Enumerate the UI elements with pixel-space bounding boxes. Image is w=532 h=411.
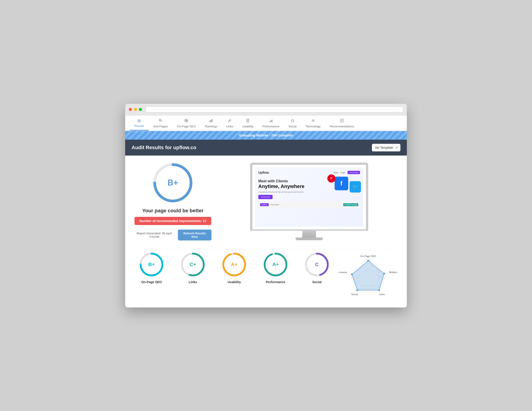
svg-rect-10 xyxy=(247,120,248,120)
tab-results[interactable]: ⊞ Results xyxy=(130,116,149,131)
tab-onpage-seo-label: On-Page SEO xyxy=(177,125,196,128)
twitter-icon: 🐦 xyxy=(350,181,361,193)
tab-onpage-seo[interactable]: On-Page SEO xyxy=(172,115,200,131)
tab-technology-label: Technology xyxy=(305,125,321,128)
svg-rect-6 xyxy=(209,121,210,122)
grade-circle-links: C+ xyxy=(180,252,205,277)
preview-social-icons: P f 🐦 xyxy=(333,177,361,193)
radar-label-right: Mobile & UI xyxy=(389,271,398,274)
grade-label-links: Links xyxy=(176,280,210,284)
svg-rect-13 xyxy=(269,121,270,122)
browser-chrome xyxy=(125,104,407,115)
pinterest-icon: P xyxy=(327,174,335,183)
grade-circle-social: C xyxy=(304,252,329,277)
score-section: B+ Your page could be better Number of r… xyxy=(134,162,398,241)
svg-rect-12 xyxy=(247,121,248,121)
preview-bottom-strip: Upflow. Post Feed Private Posting xyxy=(258,201,360,208)
grade-circle-performance: A+ xyxy=(263,252,288,277)
website-preview-panel: Upflow. Blog Login Try for free Meet wit… xyxy=(220,163,398,240)
grade-value-links: C+ xyxy=(190,262,196,268)
tab-performance[interactable]: Performance xyxy=(258,115,284,131)
grade-label-onpage-seo: On-Page SEO xyxy=(134,280,169,284)
tab-rankings-label: Rankings xyxy=(205,125,217,128)
tab-recommendations[interactable]: Recommendations xyxy=(325,115,359,131)
address-bar[interactable] xyxy=(146,106,403,112)
nav-tabs: ⊞ Results Sub-Pages O xyxy=(125,115,407,131)
monitor: Upflow. Blog Login Try for free Meet wit… xyxy=(250,163,368,240)
grade-circle-onpage-seo: B+ xyxy=(139,252,164,277)
preview-nav-links: Blog Login Try for free xyxy=(334,171,360,174)
close-button[interactable] xyxy=(129,108,132,111)
browser-window: ⊞ Results Sub-Pages O xyxy=(125,104,407,308)
results-icon: ⊞ xyxy=(137,119,141,123)
grade-circle-main: B+ xyxy=(152,162,193,203)
tab-rankings[interactable]: Rankings xyxy=(200,115,222,131)
radar-label-left: Performance xyxy=(339,271,347,274)
progress-bar: Evaluating Website - 78% Complete xyxy=(125,131,407,140)
tab-usability-label: Usability xyxy=(242,125,253,128)
svg-marker-37 xyxy=(352,261,384,290)
grade-label-usability: Usability xyxy=(217,280,251,284)
tab-subpages-label: Sub-Pages xyxy=(153,125,168,128)
radar-chart: On-Page SEO Mobile & UI Links Social Per… xyxy=(339,252,398,301)
performance-icon xyxy=(269,119,273,123)
grade-label-social: Social xyxy=(300,280,334,284)
grade-item-social: C Social xyxy=(300,252,334,284)
grade-item-usability: A+ Usability xyxy=(217,252,251,284)
grades-section: B+ On-Page SEO C+ Links xyxy=(134,250,398,301)
hero-cta: Try for free xyxy=(258,195,273,199)
audit-header: Audit Results for upflow.co No Template … xyxy=(125,140,407,156)
radar-svg: On-Page SEO Mobile & UI Links Social Per… xyxy=(339,252,398,300)
svg-rect-14 xyxy=(271,120,271,122)
grade-value: B+ xyxy=(167,178,178,187)
tab-social-label: Social xyxy=(288,125,296,128)
onpage-seo-icon xyxy=(184,119,188,123)
svg-marker-16 xyxy=(291,119,294,122)
radar-label-bottom-left: Social xyxy=(351,293,358,296)
radar-label-top: On-Page SEO xyxy=(360,255,376,258)
template-select[interactable]: No Template E-commerce Blog Corporate xyxy=(372,144,400,151)
links-icon xyxy=(228,119,232,123)
svg-point-17 xyxy=(313,120,314,121)
tab-social[interactable]: Social xyxy=(284,115,301,131)
tab-links[interactable]: Links xyxy=(222,115,238,131)
preview-logo: Upflow. xyxy=(258,171,270,174)
svg-rect-11 xyxy=(247,120,248,121)
refresh-button[interactable]: Refresh Results Now xyxy=(178,230,211,241)
grade-item-links: C+ Links xyxy=(176,252,210,284)
subpages-icon xyxy=(159,119,163,123)
tab-links-label: Links xyxy=(226,125,233,128)
maximize-button[interactable] xyxy=(139,108,142,111)
tab-usability[interactable]: Usability xyxy=(238,115,258,131)
grade-label-performance: Performance xyxy=(258,280,293,284)
svg-rect-8 xyxy=(212,119,212,122)
preview-content: Upflow. Blog Login Try for free Meet wit… xyxy=(255,168,363,227)
improvements-badge: Number of recommended improvements: 13 xyxy=(134,217,211,225)
tab-technology[interactable]: Technology xyxy=(301,115,325,131)
tab-subpages[interactable]: Sub-Pages xyxy=(149,115,172,131)
progress-label: Evaluating Website - 78% Complete xyxy=(239,133,293,137)
audit-title: Audit Results for upflow.co xyxy=(132,145,196,150)
grade-items: B+ On-Page SEO C+ Links xyxy=(134,252,334,284)
svg-rect-7 xyxy=(210,120,211,122)
facebook-icon: f xyxy=(335,177,348,190)
svg-point-1 xyxy=(160,120,161,121)
technology-icon xyxy=(311,119,315,123)
grade-circle-usability: A+ xyxy=(222,252,247,277)
rankings-icon xyxy=(209,119,213,123)
social-icon xyxy=(291,119,294,123)
tab-performance-label: Performance xyxy=(262,125,279,128)
monitor-base xyxy=(295,237,323,240)
grade-item-performance: A+ Performance xyxy=(258,252,293,284)
report-info: Report Generated: 30 April 7:01AM Refres… xyxy=(134,230,211,241)
monitor-stand xyxy=(302,231,316,237)
recommendations-icon xyxy=(340,119,344,123)
grade-value-usability: A+ xyxy=(231,262,238,268)
radar-label-bottom-right: Links xyxy=(379,293,385,296)
tab-results-label: Results xyxy=(134,124,144,128)
svg-rect-15 xyxy=(272,120,272,122)
score-description: Your page could be better xyxy=(134,208,211,214)
report-generated-text: Report Generated: 30 April 7:01AM xyxy=(134,232,174,238)
tab-recommendations-label: Recommendations xyxy=(330,125,354,128)
minimize-button[interactable] xyxy=(134,108,137,111)
